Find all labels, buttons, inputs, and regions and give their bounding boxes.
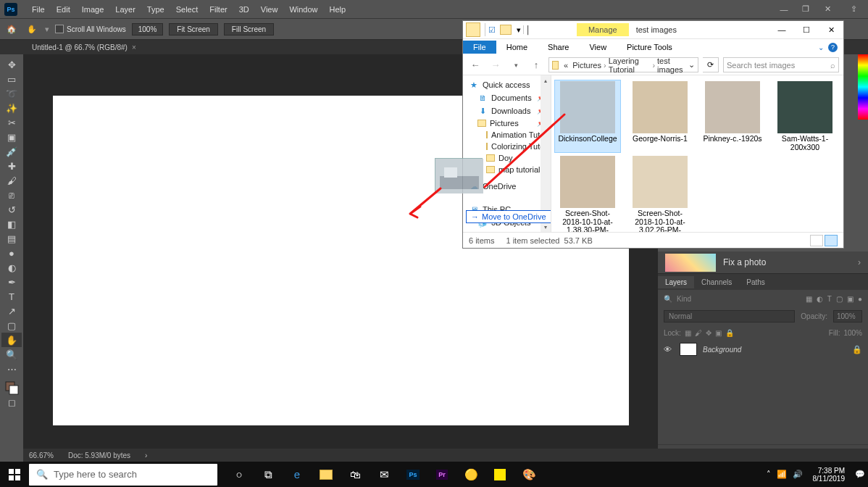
premiere-icon[interactable]: Pr (427, 462, 456, 487)
edge-icon[interactable]: e (283, 462, 312, 487)
marquee-tool-icon[interactable]: ▭ (1, 72, 22, 86)
close-tab-icon[interactable]: × (132, 43, 136, 51)
file-item[interactable]: DickinsonCollege (554, 80, 621, 153)
minimize-icon[interactable]: — (777, 4, 791, 14)
nav-pictures[interactable]: Pictures📌 (463, 117, 551, 129)
recent-button[interactable]: ▾ (508, 57, 524, 73)
photoshop-icon[interactable]: Ps (398, 462, 427, 487)
eraser-tool-icon[interactable]: ◧ (1, 217, 22, 231)
file-item[interactable]: Sam-Watts-1-200x300 (772, 80, 838, 153)
filter-toggle-icon[interactable]: ● (858, 295, 862, 303)
menu-view[interactable]: View (255, 5, 284, 14)
shape-tool-icon[interactable]: ▢ (1, 318, 22, 333)
home-icon[interactable]: 🏠 (4, 22, 19, 36)
fit-screen-button[interactable]: Fit Screen (169, 23, 218, 36)
status-doc[interactable]: Doc: 5.93M/0 bytes (68, 451, 130, 459)
lock-position-icon[interactable]: ✥ (706, 329, 711, 337)
frame-tool-icon[interactable]: ▣ (1, 130, 22, 144)
qat-newfolder-icon[interactable] (500, 25, 512, 35)
ribbon-collapse-icon[interactable]: ⌄ (818, 43, 824, 51)
sticky-notes-icon[interactable] (485, 462, 514, 487)
fill-field[interactable]: 100% (843, 329, 862, 337)
sidebar-scrollbar[interactable]: ▴▾ (541, 75, 551, 232)
menu-3d[interactable]: 3D (233, 5, 255, 14)
restore-icon[interactable]: ❐ (798, 4, 813, 14)
ribbon-manage-tab[interactable]: Manage (577, 23, 629, 36)
pen-tool-icon[interactable]: ✒ (1, 275, 22, 289)
mail-icon[interactable]: ✉ (370, 462, 398, 487)
hand-tool-icon[interactable]: ✋ (25, 22, 39, 36)
history-brush-icon[interactable]: ↺ (1, 202, 22, 217)
search-box[interactable]: Search test images ⌕ (723, 57, 839, 72)
status-zoom[interactable]: 66.67% (29, 451, 54, 459)
crumb-pictures[interactable]: Pictures (570, 61, 604, 70)
volume-icon[interactable]: 🔊 (793, 470, 803, 479)
network-icon[interactable]: 📶 (777, 470, 787, 479)
clock[interactable]: 7:38 PM 8/11/2019 (809, 467, 850, 483)
close-icon[interactable]: ✕ (819, 22, 843, 38)
up-button[interactable]: ↑ (528, 57, 544, 73)
menu-select[interactable]: Select (170, 5, 204, 14)
learn-panel[interactable]: Fix a photo › (658, 251, 868, 273)
lock-all-icon[interactable]: 🔒 (725, 329, 734, 337)
start-button[interactable] (0, 462, 29, 487)
address-dropdown-icon[interactable]: ⌄ (688, 60, 695, 70)
gradient-tool-icon[interactable]: ▤ (1, 231, 22, 246)
menu-window[interactable]: Window (283, 5, 323, 14)
filter-pixel-icon[interactable]: ▦ (806, 295, 812, 303)
thumb-view-button[interactable] (825, 235, 838, 246)
more-tools-icon[interactable]: ⋯ (1, 362, 22, 376)
eyedropper-tool-icon[interactable]: 💉 (1, 144, 22, 159)
lock-transparency-icon[interactable]: ▦ (685, 329, 691, 337)
wand-tool-icon[interactable]: ✨ (1, 101, 22, 115)
blur-tool-icon[interactable]: ● (1, 246, 22, 260)
lasso-tool-icon[interactable]: ➰ (1, 86, 22, 101)
chrome-icon[interactable]: 🟡 (456, 462, 485, 487)
menu-filter[interactable]: Filter (204, 5, 233, 14)
lock-image-icon[interactable]: 🖌 (695, 329, 702, 337)
filter-type-icon[interactable]: T (827, 295, 832, 303)
color-spectrum[interactable] (858, 54, 868, 120)
document-tab[interactable]: Untitled-1 @ 66.7% (RGB/8#) × (26, 42, 142, 53)
quick-access[interactable]: ★Quick access (463, 78, 551, 91)
cortana-icon[interactable]: ○ (225, 462, 254, 487)
menu-layer[interactable]: Layer (109, 5, 141, 14)
tray-overflow-icon[interactable]: ˄ (767, 470, 771, 479)
details-view-button[interactable] (810, 235, 823, 246)
menu-file[interactable]: File (26, 5, 51, 14)
address-bar[interactable]: « Pictures› Layering Tutorial› test imag… (548, 57, 698, 72)
scroll-all-windows-checkbox[interactable]: Scroll All Windows (55, 25, 126, 33)
file-pane[interactable]: DickinsonCollegeGeorge-Norris-1Pinkney-c… (551, 75, 843, 232)
layer-row[interactable]: 👁 Background 🔒 (658, 341, 868, 358)
back-button[interactable]: ← (467, 57, 483, 73)
zoom-tool-icon[interactable]: 🔍 (1, 347, 22, 362)
menu-help[interactable]: Help (324, 5, 352, 14)
paint-icon[interactable]: 🎨 (514, 462, 543, 487)
dodge-tool-icon[interactable]: ◐ (1, 260, 22, 275)
nav-documents[interactable]: 🗎Documents📌 (463, 91, 551, 104)
file-item[interactable]: George-Norris-1 (627, 80, 693, 153)
nav-downloads[interactable]: ⬇Downloads📌 (463, 104, 551, 117)
tab-layers[interactable]: Layers (658, 276, 694, 288)
nav-colorizing[interactable]: Colorizing Tutorial (463, 141, 551, 152)
filter-adjust-icon[interactable]: ◐ (817, 295, 823, 303)
fill-screen-button[interactable]: Fill Screen (224, 23, 274, 36)
path-tool-icon[interactable]: ↗ (1, 304, 22, 318)
refresh-button[interactable]: ⟳ (703, 57, 719, 72)
taskbar-search[interactable]: 🔍 Type here to search (29, 464, 217, 486)
brush-tool-icon[interactable]: 🖌 (1, 173, 22, 188)
explorer-titlebar[interactable]: ☑ ▾ │ Manage test images — ☐ ✕ (463, 21, 843, 39)
quickmask-icon[interactable]: ◻ (1, 395, 22, 409)
crumb-testimages[interactable]: test images (655, 57, 688, 74)
tab-paths[interactable]: Paths (739, 276, 772, 288)
stamp-tool-icon[interactable]: ⎚ (1, 188, 22, 202)
ribbon-share[interactable]: Share (538, 41, 579, 54)
minimize-icon[interactable]: — (769, 22, 794, 38)
file-item[interactable]: Pinkney-c.-1920s (699, 80, 766, 153)
qat-properties-icon[interactable]: ☑ (487, 25, 497, 35)
heal-tool-icon[interactable]: ✚ (1, 159, 22, 173)
tab-channels[interactable]: Channels (694, 276, 739, 288)
move-tool-icon[interactable]: ✥ (1, 57, 22, 72)
notifications-icon[interactable]: 💬 (855, 470, 865, 479)
filter-smart-icon[interactable]: ▣ (847, 295, 854, 303)
